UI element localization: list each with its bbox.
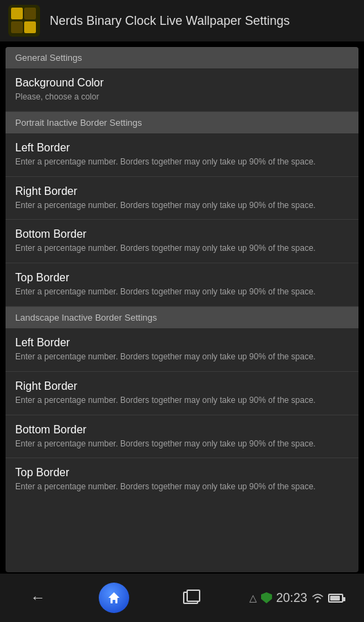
setting-desc: Enter a percentage number. Borders toget… (15, 286, 349, 298)
setting-item-landscape-bottom-border[interactable]: Bottom BorderEnter a percentage number. … (6, 415, 358, 459)
app-title: Nerds Binary Clock Live Wallpaper Settin… (50, 14, 289, 28)
setting-item-background-color[interactable]: Background ColorPlease, choose a color (6, 68, 358, 112)
setting-item-landscape-right-border[interactable]: Right BorderEnter a percentage number. B… (6, 372, 358, 415)
setting-desc: Enter a percentage number. Borders toget… (15, 200, 349, 211)
svg-point-1 (316, 601, 318, 603)
home-icon (107, 591, 121, 605)
shield-icon (261, 592, 272, 603)
home-button-circle (99, 583, 129, 613)
setting-desc: Enter a percentage number. Borders toget… (15, 243, 349, 254)
recent-apps-icon (183, 592, 198, 604)
setting-item-portrait-left-border[interactable]: Left BorderEnter a percentage number. Bo… (6, 133, 358, 177)
setting-title: Background Color (15, 77, 349, 89)
wifi-icon (312, 593, 324, 603)
setting-desc: Enter a percentage number. Borders toget… (15, 156, 349, 168)
setting-title: Right Border (15, 380, 349, 393)
icon-cell (24, 21, 36, 33)
setting-title: Bottom Border (15, 228, 349, 241)
status-time: 20:23 (276, 591, 307, 605)
battery-icon (328, 594, 343, 603)
setting-title: Right Border (15, 185, 349, 198)
setting-desc: Please, choose a color (15, 91, 349, 103)
icon-cell (11, 8, 23, 19)
back-button[interactable]: ← (21, 581, 55, 615)
icon-cell (11, 21, 23, 33)
recent-apps-button[interactable] (173, 581, 208, 615)
setting-desc: Enter a percentage number. Borders toget… (15, 438, 349, 450)
svg-marker-0 (108, 592, 119, 603)
setting-title: Top Border (15, 272, 349, 284)
icon-cell (24, 8, 36, 19)
top-bar: Nerds Binary Clock Live Wallpaper Settin… (0, 0, 364, 41)
section-header-landscape-inactive: Landscape Inactive Border Settings (6, 307, 358, 328)
back-arrow-icon: ← (30, 589, 46, 607)
section-header-portrait-inactive: Portrait Inactive Border Settings (6, 112, 358, 133)
setting-title: Left Border (15, 142, 349, 154)
setting-desc: Enter a percentage number. Borders toget… (15, 481, 349, 493)
bottom-navigation: ← △ 20:23 (0, 574, 364, 622)
setting-desc: Enter a percentage number. Borders toget… (15, 395, 349, 406)
settings-scroll-area[interactable]: General SettingsBackground ColorPlease, … (6, 47, 358, 572)
setting-item-portrait-bottom-border[interactable]: Bottom BorderEnter a percentage number. … (6, 220, 358, 263)
home-button[interactable] (97, 581, 131, 615)
setting-title: Bottom Border (15, 424, 349, 436)
setting-item-portrait-top-border[interactable]: Top BorderEnter a percentage number. Bor… (6, 263, 358, 307)
setting-desc: Enter a percentage number. Borders toget… (15, 351, 349, 363)
setting-title: Left Border (15, 337, 349, 349)
setting-item-landscape-top-border[interactable]: Top BorderEnter a percentage number. Bor… (6, 458, 358, 501)
app-icon (8, 5, 40, 37)
section-header-general: General Settings (6, 47, 358, 68)
status-area: △ 20:23 (249, 591, 343, 605)
setting-title: Top Border (15, 466, 349, 479)
setting-item-landscape-left-border[interactable]: Left BorderEnter a percentage number. Bo… (6, 328, 358, 372)
setting-item-portrait-right-border[interactable]: Right BorderEnter a percentage number. B… (6, 177, 358, 220)
alert-icon: △ (249, 592, 257, 603)
